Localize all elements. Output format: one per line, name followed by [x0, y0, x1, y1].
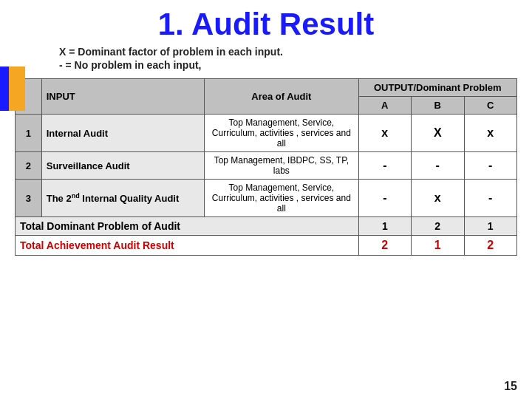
row3-b: x	[412, 180, 464, 217]
audit-table-wrapper: INPUT Area of Audit OUTPUT/Dominant Prob…	[15, 78, 517, 256]
total-dominant-row: Total Dominant Problem of Audit 1 2 1	[16, 217, 517, 236]
row2-c: -	[464, 152, 517, 180]
row2-b: -	[412, 152, 464, 180]
header-input: INPUT	[41, 79, 204, 115]
total-b: 2	[412, 217, 464, 236]
table-header-row: INPUT Area of Audit OUTPUT/Dominant Prob…	[16, 79, 517, 97]
row1-c: x	[464, 115, 517, 152]
achievement-label: Total Achievement Audit Result	[16, 236, 359, 256]
table-row: 2 Surveillance Audit Top Management, IBD…	[16, 152, 517, 180]
total-c: 1	[464, 217, 517, 236]
total-a: 1	[358, 217, 411, 236]
row3-input: The 2nd Internal Quality Audit	[41, 180, 204, 217]
row3-a: -	[358, 180, 411, 217]
row1-b: X	[412, 115, 464, 152]
row1-area: Top Management, Service, Curriculum, act…	[205, 115, 358, 152]
achievement-a: 2	[358, 236, 411, 256]
page: 1. Audit Result X = Dominant factor of p…	[0, 0, 532, 399]
total-label: Total Dominant Problem of Audit	[16, 217, 359, 236]
header-area: Area of Audit	[205, 79, 358, 115]
table-row: 1 Internal Audit Top Management, Service…	[16, 115, 517, 152]
row1-input: Internal Audit	[41, 115, 204, 152]
row3-no: 3	[16, 180, 42, 217]
page-number: 15	[504, 380, 517, 393]
achievement-c: 2	[464, 236, 517, 256]
orange-square	[9, 66, 25, 111]
achievement-row: Total Achievement Audit Result 2 1 2	[16, 236, 517, 256]
header-a: A	[358, 97, 411, 115]
header-b: B	[412, 97, 464, 115]
row2-input: Surveillance Audit	[41, 152, 204, 180]
row2-no: 2	[16, 152, 42, 180]
header-c: C	[464, 97, 517, 115]
legend-x: X = Dominant factor of problem in each i…	[59, 46, 517, 58]
blue-bar	[0, 66, 9, 111]
row2-area: Top Management, IBDPC, SS, TP, labs	[205, 152, 358, 180]
page-title: 1. Audit Result	[15, 7, 517, 41]
legend-dash: - = No problem in each input,	[59, 59, 517, 71]
audit-table: INPUT Area of Audit OUTPUT/Dominant Prob…	[15, 78, 517, 256]
table-row: 3 The 2nd Internal Quality Audit Top Man…	[16, 180, 517, 217]
row1-a: x	[358, 115, 411, 152]
achievement-b: 1	[412, 236, 464, 256]
row3-area: Top Management, Service, Curriculum, act…	[205, 180, 358, 217]
header-output: OUTPUT/Dominant Problem	[358, 79, 516, 97]
row2-a: -	[358, 152, 411, 180]
row1-no: 1	[16, 115, 42, 152]
row3-c: -	[464, 180, 517, 217]
